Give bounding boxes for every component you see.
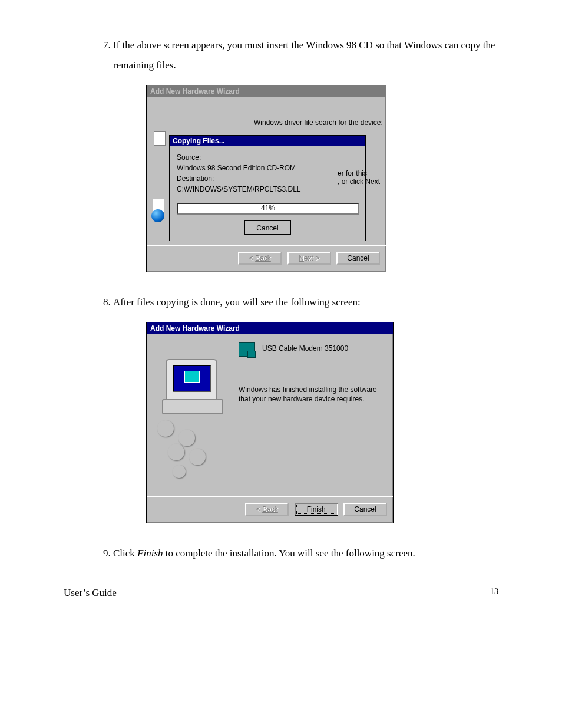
cancel-button[interactable]: Cancel: [343, 503, 387, 516]
back-button[interactable]: < Back: [238, 252, 282, 265]
figure-finish-install: Add New Hardware Wizard USB Cable Modem …: [146, 322, 498, 523]
dialog1-subtitle: Windows driver file search for the devic…: [254, 118, 383, 127]
page-footer: User’s Guide 13: [64, 587, 498, 599]
destination-value: C:\WINDOWS\SYSTEM\RPCLTS3.DLL: [177, 184, 358, 195]
footer-left: User’s Guide: [64, 587, 117, 599]
cd-icon: [168, 444, 184, 460]
next-button[interactable]: Next >: [287, 252, 331, 265]
add-new-hardware-wizard-dialog-1: Add New Hardware Wizard Windows driver f…: [146, 85, 386, 272]
copying-cancel-button[interactable]: Cancel: [246, 222, 289, 233]
step-9: Click Finish to complete the installatio…: [113, 543, 498, 564]
cd-icon: [178, 430, 195, 446]
copying-files-subdialog: Copying Files... Source: Windows 98 Seco…: [169, 135, 366, 241]
step-8-text: After files copying is done, you will se…: [113, 297, 361, 308]
dialog1-titlebar: Add New Hardware Wizard: [147, 85, 386, 97]
back-button[interactable]: < Back: [245, 503, 289, 516]
step-8: After files copying is done, you will se…: [113, 292, 498, 312]
cd-icon: [173, 465, 186, 478]
finish-message: Windows has finished installing the soft…: [239, 385, 385, 404]
dialog2-titlebar: Add New Hardware Wizard: [147, 322, 393, 334]
source-value: Windows 98 Second Edition CD-ROM: [177, 163, 358, 173]
page-number: 13: [490, 587, 498, 599]
source-label: Source:: [177, 152, 358, 163]
figure-copying-files: Add New Hardware Wizard Windows driver f…: [146, 85, 498, 272]
destination-label: Destination:: [177, 173, 358, 184]
cancel-button[interactable]: Cancel: [336, 252, 380, 265]
step-9-text-a: Click: [113, 548, 137, 559]
step-7: If the above screen appears, you must in…: [113, 35, 498, 75]
globe-icon: [151, 209, 164, 222]
step-7-text: If the above screen appears, you must in…: [113, 39, 495, 71]
bg-text-line2: , or click Next: [338, 177, 380, 186]
copying-files-title: Copying Files...: [170, 136, 365, 146]
paper-icon: [154, 131, 166, 146]
device-icon: [239, 342, 255, 357]
cd-icon: [189, 449, 206, 465]
step-9-text-c: to complete the installation. You will s…: [163, 548, 415, 559]
monitor-icon: [166, 359, 217, 401]
step-9-finish-word: Finish: [137, 548, 163, 559]
copy-progress: 41%: [177, 203, 359, 215]
device-name: USB Cable Modem 351000: [262, 342, 348, 353]
wizard-art-icon: [155, 342, 239, 490]
dialog1-background-text: er for this , or click Next: [338, 169, 380, 186]
cd-icon: [157, 420, 174, 437]
finish-button[interactable]: Finish: [295, 503, 338, 516]
add-new-hardware-wizard-dialog-2: Add New Hardware Wizard USB Cable Modem …: [146, 322, 394, 523]
bg-text-line1: er for this: [338, 169, 380, 177]
